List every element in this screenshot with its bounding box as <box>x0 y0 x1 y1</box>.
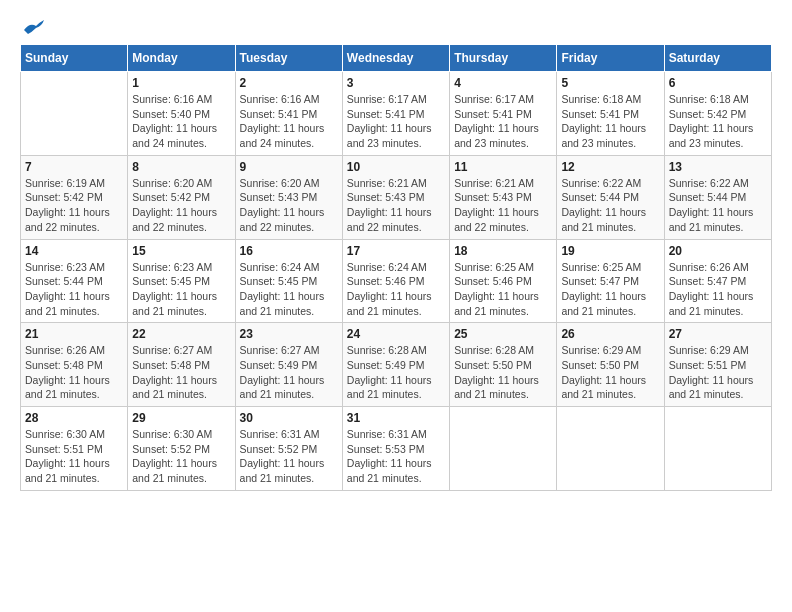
calendar-cell: 15Sunrise: 6:23 AM Sunset: 5:45 PM Dayli… <box>128 239 235 323</box>
day-info: Sunrise: 6:27 AM Sunset: 5:49 PM Dayligh… <box>240 343 338 402</box>
day-number: 11 <box>454 160 552 174</box>
day-number: 17 <box>347 244 445 258</box>
day-info: Sunrise: 6:20 AM Sunset: 5:43 PM Dayligh… <box>240 176 338 235</box>
calendar-week-row: 28Sunrise: 6:30 AM Sunset: 5:51 PM Dayli… <box>21 407 772 491</box>
day-info: Sunrise: 6:21 AM Sunset: 5:43 PM Dayligh… <box>347 176 445 235</box>
calendar-cell: 10Sunrise: 6:21 AM Sunset: 5:43 PM Dayli… <box>342 155 449 239</box>
day-info: Sunrise: 6:22 AM Sunset: 5:44 PM Dayligh… <box>561 176 659 235</box>
day-number: 9 <box>240 160 338 174</box>
calendar-cell: 24Sunrise: 6:28 AM Sunset: 5:49 PM Dayli… <box>342 323 449 407</box>
day-info: Sunrise: 6:24 AM Sunset: 5:45 PM Dayligh… <box>240 260 338 319</box>
day-number: 3 <box>347 76 445 90</box>
day-number: 12 <box>561 160 659 174</box>
header-sunday: Sunday <box>21 45 128 72</box>
day-info: Sunrise: 6:20 AM Sunset: 5:42 PM Dayligh… <box>132 176 230 235</box>
calendar-cell: 12Sunrise: 6:22 AM Sunset: 5:44 PM Dayli… <box>557 155 664 239</box>
day-number: 31 <box>347 411 445 425</box>
day-number: 5 <box>561 76 659 90</box>
header-thursday: Thursday <box>450 45 557 72</box>
day-info: Sunrise: 6:29 AM Sunset: 5:51 PM Dayligh… <box>669 343 767 402</box>
day-number: 16 <box>240 244 338 258</box>
header-friday: Friday <box>557 45 664 72</box>
calendar-cell: 6Sunrise: 6:18 AM Sunset: 5:42 PM Daylig… <box>664 72 771 156</box>
calendar-cell: 1Sunrise: 6:16 AM Sunset: 5:40 PM Daylig… <box>128 72 235 156</box>
day-number: 21 <box>25 327 123 341</box>
calendar-cell <box>21 72 128 156</box>
day-info: Sunrise: 6:23 AM Sunset: 5:45 PM Dayligh… <box>132 260 230 319</box>
day-number: 29 <box>132 411 230 425</box>
page-header <box>20 20 772 34</box>
day-info: Sunrise: 6:17 AM Sunset: 5:41 PM Dayligh… <box>454 92 552 151</box>
day-info: Sunrise: 6:22 AM Sunset: 5:44 PM Dayligh… <box>669 176 767 235</box>
day-number: 30 <box>240 411 338 425</box>
day-info: Sunrise: 6:26 AM Sunset: 5:47 PM Dayligh… <box>669 260 767 319</box>
calendar-cell: 19Sunrise: 6:25 AM Sunset: 5:47 PM Dayli… <box>557 239 664 323</box>
day-number: 20 <box>669 244 767 258</box>
day-info: Sunrise: 6:24 AM Sunset: 5:46 PM Dayligh… <box>347 260 445 319</box>
calendar-cell: 14Sunrise: 6:23 AM Sunset: 5:44 PM Dayli… <box>21 239 128 323</box>
calendar-cell: 3Sunrise: 6:17 AM Sunset: 5:41 PM Daylig… <box>342 72 449 156</box>
day-number: 26 <box>561 327 659 341</box>
day-info: Sunrise: 6:25 AM Sunset: 5:47 PM Dayligh… <box>561 260 659 319</box>
calendar-cell: 5Sunrise: 6:18 AM Sunset: 5:41 PM Daylig… <box>557 72 664 156</box>
calendar-cell: 2Sunrise: 6:16 AM Sunset: 5:41 PM Daylig… <box>235 72 342 156</box>
calendar-cell: 26Sunrise: 6:29 AM Sunset: 5:50 PM Dayli… <box>557 323 664 407</box>
calendar-cell: 20Sunrise: 6:26 AM Sunset: 5:47 PM Dayli… <box>664 239 771 323</box>
day-number: 19 <box>561 244 659 258</box>
calendar-cell: 23Sunrise: 6:27 AM Sunset: 5:49 PM Dayli… <box>235 323 342 407</box>
day-info: Sunrise: 6:18 AM Sunset: 5:42 PM Dayligh… <box>669 92 767 151</box>
day-info: Sunrise: 6:21 AM Sunset: 5:43 PM Dayligh… <box>454 176 552 235</box>
calendar-week-row: 14Sunrise: 6:23 AM Sunset: 5:44 PM Dayli… <box>21 239 772 323</box>
calendar-cell: 21Sunrise: 6:26 AM Sunset: 5:48 PM Dayli… <box>21 323 128 407</box>
calendar-cell: 13Sunrise: 6:22 AM Sunset: 5:44 PM Dayli… <box>664 155 771 239</box>
calendar-cell: 25Sunrise: 6:28 AM Sunset: 5:50 PM Dayli… <box>450 323 557 407</box>
calendar-cell <box>450 407 557 491</box>
day-info: Sunrise: 6:19 AM Sunset: 5:42 PM Dayligh… <box>25 176 123 235</box>
day-info: Sunrise: 6:16 AM Sunset: 5:41 PM Dayligh… <box>240 92 338 151</box>
day-number: 18 <box>454 244 552 258</box>
day-info: Sunrise: 6:23 AM Sunset: 5:44 PM Dayligh… <box>25 260 123 319</box>
day-number: 6 <box>669 76 767 90</box>
day-number: 14 <box>25 244 123 258</box>
calendar-header-row: SundayMondayTuesdayWednesdayThursdayFrid… <box>21 45 772 72</box>
day-info: Sunrise: 6:27 AM Sunset: 5:48 PM Dayligh… <box>132 343 230 402</box>
calendar-cell: 9Sunrise: 6:20 AM Sunset: 5:43 PM Daylig… <box>235 155 342 239</box>
calendar-cell: 4Sunrise: 6:17 AM Sunset: 5:41 PM Daylig… <box>450 72 557 156</box>
day-number: 22 <box>132 327 230 341</box>
day-info: Sunrise: 6:30 AM Sunset: 5:51 PM Dayligh… <box>25 427 123 486</box>
day-number: 27 <box>669 327 767 341</box>
header-saturday: Saturday <box>664 45 771 72</box>
calendar-cell: 30Sunrise: 6:31 AM Sunset: 5:52 PM Dayli… <box>235 407 342 491</box>
calendar-cell: 16Sunrise: 6:24 AM Sunset: 5:45 PM Dayli… <box>235 239 342 323</box>
day-number: 8 <box>132 160 230 174</box>
day-number: 13 <box>669 160 767 174</box>
day-number: 7 <box>25 160 123 174</box>
calendar-cell <box>664 407 771 491</box>
header-wednesday: Wednesday <box>342 45 449 72</box>
day-info: Sunrise: 6:26 AM Sunset: 5:48 PM Dayligh… <box>25 343 123 402</box>
header-monday: Monday <box>128 45 235 72</box>
calendar-cell: 11Sunrise: 6:21 AM Sunset: 5:43 PM Dayli… <box>450 155 557 239</box>
day-info: Sunrise: 6:25 AM Sunset: 5:46 PM Dayligh… <box>454 260 552 319</box>
calendar-cell: 27Sunrise: 6:29 AM Sunset: 5:51 PM Dayli… <box>664 323 771 407</box>
calendar-table: SundayMondayTuesdayWednesdayThursdayFrid… <box>20 44 772 491</box>
calendar-week-row: 7Sunrise: 6:19 AM Sunset: 5:42 PM Daylig… <box>21 155 772 239</box>
logo <box>20 20 44 34</box>
day-info: Sunrise: 6:31 AM Sunset: 5:52 PM Dayligh… <box>240 427 338 486</box>
day-info: Sunrise: 6:31 AM Sunset: 5:53 PM Dayligh… <box>347 427 445 486</box>
day-number: 1 <box>132 76 230 90</box>
calendar-cell: 17Sunrise: 6:24 AM Sunset: 5:46 PM Dayli… <box>342 239 449 323</box>
calendar-cell: 31Sunrise: 6:31 AM Sunset: 5:53 PM Dayli… <box>342 407 449 491</box>
calendar-cell: 8Sunrise: 6:20 AM Sunset: 5:42 PM Daylig… <box>128 155 235 239</box>
calendar-week-row: 21Sunrise: 6:26 AM Sunset: 5:48 PM Dayli… <box>21 323 772 407</box>
day-info: Sunrise: 6:18 AM Sunset: 5:41 PM Dayligh… <box>561 92 659 151</box>
header-tuesday: Tuesday <box>235 45 342 72</box>
day-info: Sunrise: 6:28 AM Sunset: 5:50 PM Dayligh… <box>454 343 552 402</box>
day-info: Sunrise: 6:29 AM Sunset: 5:50 PM Dayligh… <box>561 343 659 402</box>
calendar-week-row: 1Sunrise: 6:16 AM Sunset: 5:40 PM Daylig… <box>21 72 772 156</box>
day-number: 10 <box>347 160 445 174</box>
calendar-cell: 29Sunrise: 6:30 AM Sunset: 5:52 PM Dayli… <box>128 407 235 491</box>
day-number: 25 <box>454 327 552 341</box>
calendar-cell: 7Sunrise: 6:19 AM Sunset: 5:42 PM Daylig… <box>21 155 128 239</box>
day-info: Sunrise: 6:16 AM Sunset: 5:40 PM Dayligh… <box>132 92 230 151</box>
